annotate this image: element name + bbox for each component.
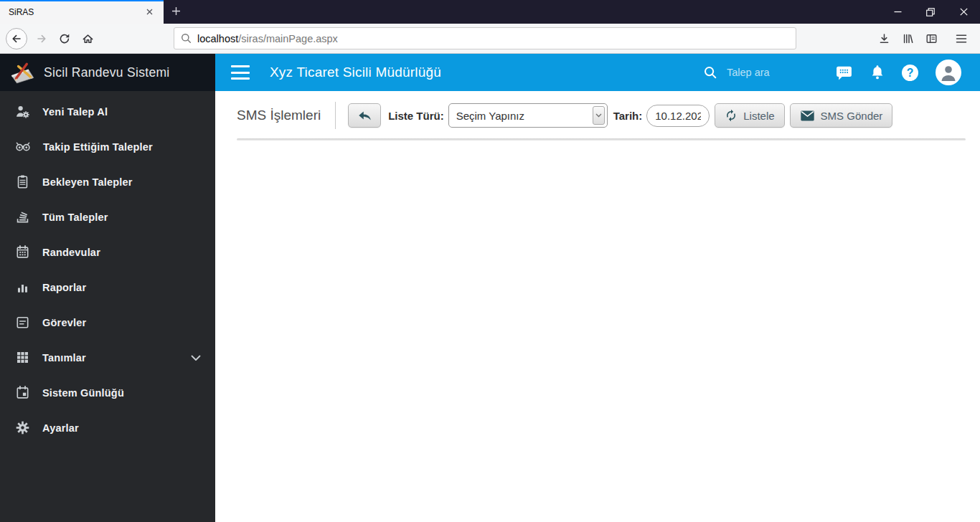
list-type-select[interactable]: Seçim Yapınız [448, 103, 608, 128]
search-box[interactable] [703, 65, 825, 80]
browser-menu-button[interactable] [950, 27, 973, 50]
back-button[interactable] [348, 103, 381, 128]
content-area: SMS İşlemleri Liste Türü: Seçim Yapınız … [215, 91, 980, 522]
chevron-down-icon [191, 351, 201, 364]
sms-toolbar: SMS İşlemleri Liste Türü: Seçim Yapınız … [237, 102, 966, 129]
sidebar-item-label: Sistem Günlüğü [42, 387, 124, 399]
bar-chart-icon [14, 279, 31, 295]
minimize-icon [894, 8, 902, 16]
browser-tab[interactable]: SiRAS [0, 0, 164, 24]
url-path: /siras/mainPage.aspx [238, 33, 338, 44]
sidebar-item-takip-ettigim-talepler[interactable]: Takip Ettiğim Talepler [0, 129, 215, 164]
sidebar-item-ayarlar[interactable]: Ayarlar [0, 410, 215, 445]
download-icon [878, 33, 890, 44]
listele-label: Listele [743, 110, 774, 122]
tab-close-icon[interactable] [142, 5, 156, 19]
menu-icon [956, 34, 967, 44]
help-icon: ? [902, 65, 918, 81]
url-host: localhost [197, 33, 238, 44]
sidebar-item-label: Randevular [42, 247, 100, 258]
gear-icon [14, 419, 31, 436]
messages-button[interactable] [835, 65, 853, 81]
user-cog-icon [14, 103, 31, 120]
sidebar-item-label: Yeni Talep Al [42, 106, 108, 118]
reply-arrow-icon [357, 109, 372, 122]
sidebar-item-label: Tüm Talepler [42, 212, 108, 223]
sms-gonder-button[interactable]: SMS Gönder [790, 103, 893, 128]
address-bar[interactable]: localhost/siras/mainPage.aspx [174, 27, 796, 49]
search-icon [181, 33, 192, 44]
forward-icon [36, 33, 47, 44]
browser-toolbar: localhost/siras/mainPage.aspx [0, 24, 980, 54]
select-chevron-icon [593, 106, 605, 125]
sidebar-item-label: Ayarlar [42, 422, 79, 434]
task-card-icon [14, 314, 31, 331]
calendar-icon [14, 244, 31, 260]
new-tab-icon [171, 6, 181, 19]
sidebar-item-sistem-gunlugu[interactable]: Sistem Günlüğü [0, 375, 215, 410]
horizontal-divider [237, 138, 966, 141]
bell-icon [870, 64, 885, 81]
library-icon [902, 33, 914, 44]
tab-title: SiRAS [9, 7, 142, 17]
page-header-title: Xyz Ticaret Sicili Müdürlüğü [270, 65, 441, 80]
new-tab-button[interactable] [164, 0, 188, 24]
search-input[interactable] [727, 67, 820, 78]
close-window-button[interactable] [947, 0, 980, 24]
user-avatar[interactable] [936, 60, 961, 85]
listele-button[interactable]: Listele [715, 103, 784, 128]
search-icon [703, 65, 717, 80]
toolbar-right-icons [872, 27, 973, 50]
minimize-button[interactable] [881, 0, 914, 24]
sidebar-item-label: Takip Ettiğim Talepler [43, 141, 153, 153]
help-button[interactable]: ? [902, 65, 918, 81]
restore-icon [926, 8, 935, 16]
list-type-value: Seçim Yapınız [456, 110, 593, 122]
home-icon [82, 33, 94, 44]
sidebar: Sicil Randevu Sistemi [0, 54, 215, 522]
calendar-log-icon [14, 384, 31, 401]
vertical-divider [335, 102, 336, 129]
library-button[interactable] [896, 27, 919, 50]
browser-tab-bar: SiRAS [0, 0, 980, 24]
browser-home-button[interactable] [76, 27, 99, 50]
chat-icon [835, 65, 853, 81]
app-page: Sicil Randevu Sistemi [0, 54, 980, 522]
window-controls [881, 0, 980, 24]
sms-gonder-label: SMS Gönder [821, 110, 883, 122]
sidebar-panel-icon [925, 33, 938, 44]
browser-back-button[interactable] [6, 28, 27, 49]
app-logo-icon [9, 61, 37, 84]
sidebar-item-gorevler[interactable]: Görevler [0, 305, 215, 340]
header-icons: ? [835, 60, 961, 85]
brand-title: Sicil Randevu Sistemi [44, 65, 170, 80]
sidebar-item-label: Tanımlar [42, 352, 86, 364]
user-icon [936, 60, 961, 85]
hamburger-icon [231, 65, 250, 67]
sidebar-item-yeni-talep-al[interactable]: Yeni Talep Al [0, 94, 215, 129]
svg-text:?: ? [907, 66, 914, 78]
sidebar-toggle-button[interactable] [231, 65, 250, 80]
close-icon [960, 8, 968, 16]
binoculars-icon [14, 138, 32, 155]
sidebar-item-tanimlar[interactable]: Tanımlar [0, 340, 215, 375]
envelope-icon [800, 110, 815, 122]
refresh-icon [725, 109, 738, 122]
restore-button[interactable] [914, 0, 947, 24]
date-input[interactable] [646, 105, 710, 127]
sidebar-item-raporlar[interactable]: Raporlar [0, 270, 215, 305]
sidebar-menu: Yeni Talep Al Takip Ettiğim Talepler [0, 91, 215, 445]
sidebar-item-randevular[interactable]: Randevular [0, 234, 215, 270]
sidebars-button[interactable] [920, 27, 943, 50]
browser-refresh-button[interactable] [53, 27, 76, 50]
stack-icon [14, 209, 31, 225]
url-text: localhost/siras/mainPage.aspx [197, 33, 338, 44]
clipboard-icon [14, 174, 31, 190]
sidebar-item-tum-talepler[interactable]: Tüm Talepler [0, 199, 215, 234]
sidebar-item-label: Bekleyen Talepler [42, 176, 133, 188]
browser-forward-button[interactable] [30, 27, 53, 50]
downloads-button[interactable] [872, 27, 895, 50]
sidebar-item-label: Görevler [42, 317, 86, 328]
sidebar-item-bekleyen-talepler[interactable]: Bekleyen Talepler [0, 164, 215, 199]
notifications-button[interactable] [870, 64, 885, 81]
